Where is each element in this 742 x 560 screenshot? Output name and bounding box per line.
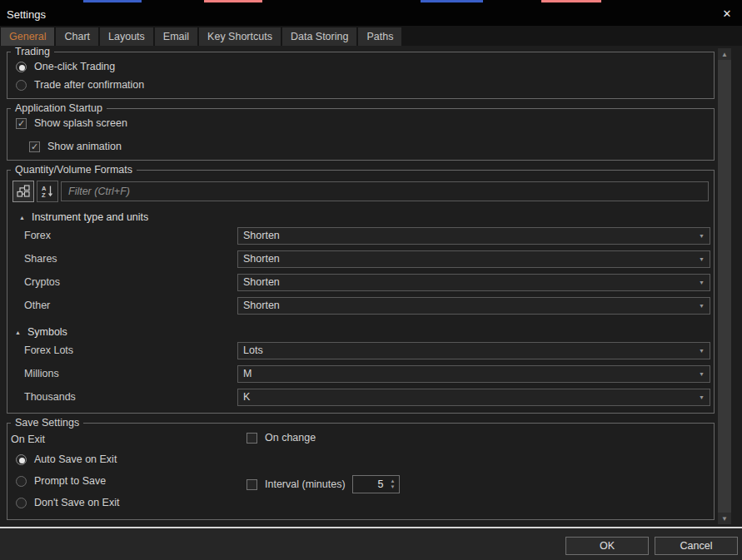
- radio-auto-save-on-exit[interactable]: Auto Save on Exit: [16, 453, 117, 465]
- interval-minutes-row: Interval (minutes) ▲ ▼: [247, 475, 400, 493]
- radio-button-icon[interactable]: [16, 498, 27, 508]
- tab-paths[interactable]: Paths: [358, 27, 401, 46]
- on-exit-label: On Exit: [11, 434, 45, 445]
- category-view-button[interactable]: [12, 181, 34, 202]
- interval-spinner: ▲ ▼: [352, 475, 400, 493]
- section-header-label: Symbols: [27, 326, 67, 338]
- close-icon[interactable]: ✕: [720, 7, 735, 22]
- dropdown-value: Shorten: [243, 300, 280, 311]
- settings-content: Trading One-click Trading Trade after co…: [0, 46, 742, 527]
- dropdown-value: K: [243, 391, 250, 403]
- checkbox-show-animation[interactable]: ✓ Show animation: [9, 137, 712, 156]
- dropdown-value: Shorten: [243, 276, 280, 288]
- interval-value-input[interactable]: [353, 476, 387, 493]
- dropdown-value: Shorten: [243, 253, 280, 265]
- spin-up-icon[interactable]: ▲: [391, 479, 396, 483]
- row-label: Forex Lots: [24, 344, 237, 356]
- row-label: Forex: [24, 230, 237, 241]
- settings-tab-bar: General Chart Layouts Email Key Shortcut…: [0, 26, 742, 46]
- checkbox-icon[interactable]: [247, 433, 257, 444]
- millions-dropdown[interactable]: M ▼: [237, 365, 710, 383]
- checkbox-icon[interactable]: ✓: [29, 141, 40, 152]
- row-label: Millions: [24, 368, 237, 379]
- checkbox-on-change[interactable]: On change: [247, 432, 316, 444]
- chevron-down-icon: ▼: [699, 280, 705, 285]
- radio-button-icon[interactable]: [16, 62, 27, 72]
- forex-format-dropdown[interactable]: Shorten ▼: [237, 227, 710, 245]
- format-row-millions: Millions M ▼: [9, 362, 712, 385]
- radio-one-click-trading[interactable]: One-click Trading: [9, 57, 712, 76]
- format-row-other: Other Shorten ▼: [9, 294, 712, 317]
- radio-label: Auto Save on Exit: [34, 453, 117, 465]
- cryptos-format-dropdown[interactable]: Shorten ▼: [237, 274, 710, 291]
- ok-button[interactable]: OK: [565, 537, 649, 555]
- application-startup-group: Application Startup ✓ Show splash screen…: [7, 102, 715, 161]
- tab-email[interactable]: Email: [155, 27, 197, 46]
- radio-dont-save-on-exit[interactable]: Don't Save on Exit: [16, 497, 119, 508]
- quantity-volume-formats-group: Quantity/Volume Formats A Z: [7, 164, 715, 414]
- application-startup-legend: Application Startup: [11, 102, 107, 114]
- save-settings-group: Save Settings On Exit Auto Save on Exit …: [7, 417, 715, 520]
- tab-key-shortcuts[interactable]: Key Shortcuts: [199, 27, 281, 46]
- checkbox-label: Show splash screen: [34, 117, 127, 129]
- checkbox-show-splash-screen[interactable]: ✓ Show splash screen: [9, 114, 712, 132]
- radio-button-icon[interactable]: [16, 476, 27, 487]
- sort-alphabetical-icon: A Z: [41, 185, 54, 198]
- background-ticker-segment: [421, 0, 483, 2]
- cancel-button[interactable]: Cancel: [655, 537, 738, 555]
- radio-prompt-to-save[interactable]: Prompt to Save: [16, 475, 106, 487]
- forex-lots-dropdown[interactable]: Lots ▼: [237, 342, 710, 359]
- svg-text:Z: Z: [42, 191, 46, 198]
- radio-button-icon[interactable]: [16, 454, 27, 465]
- chevron-down-icon: ▼: [699, 303, 705, 309]
- footer-bar: OK Cancel: [0, 528, 742, 560]
- spin-down-icon[interactable]: ▼: [391, 485, 396, 489]
- radio-trade-after-confirmation[interactable]: Trade after confirmation: [9, 76, 712, 94]
- checkbox-icon[interactable]: [247, 479, 257, 490]
- scroll-up-icon[interactable]: ▲: [718, 48, 731, 60]
- tab-data-storing[interactable]: Data Storing: [282, 27, 356, 46]
- collapse-icon[interactable]: ▲: [15, 330, 21, 335]
- radio-label: Prompt to Save: [34, 475, 106, 487]
- save-settings-legend: Save Settings: [11, 417, 83, 429]
- format-row-forex-lots: Forex Lots Lots ▼: [9, 339, 712, 362]
- quantity-volume-formats-legend: Quantity/Volume Formats: [11, 164, 137, 176]
- scroll-down-icon[interactable]: ▼: [718, 513, 731, 524]
- chevron-down-icon: ▼: [699, 256, 705, 262]
- checkbox-icon[interactable]: ✓: [16, 118, 27, 129]
- radio-label: Trade after confirmation: [34, 79, 144, 91]
- dropdown-value: Lots: [243, 344, 263, 356]
- other-format-dropdown[interactable]: Shorten ▼: [237, 297, 710, 315]
- format-row-thousands: Thousands K ▼: [9, 385, 712, 409]
- formats-toolbar: A Z: [12, 181, 709, 202]
- category-view-icon: [17, 185, 30, 198]
- filter-input[interactable]: [61, 181, 709, 201]
- scrollbar-thumb[interactable]: [718, 60, 731, 513]
- format-row-shares: Shares Shorten ▼: [9, 247, 712, 270]
- radio-button-icon[interactable]: [16, 80, 27, 91]
- chevron-down-icon: ▼: [699, 348, 705, 354]
- background-ticker-segment: [541, 0, 601, 2]
- radio-label: One-click Trading: [34, 61, 115, 72]
- trading-group: Trading One-click Trading Trade after co…: [7, 46, 715, 99]
- thousands-dropdown[interactable]: K ▼: [237, 389, 710, 406]
- collapse-icon[interactable]: ▲: [19, 215, 25, 221]
- title-bar: Settings ✕: [0, 0, 742, 26]
- section-instrument-type-and-units[interactable]: ▲ Instrument type and units: [19, 211, 712, 223]
- chevron-down-icon: ▼: [699, 233, 705, 239]
- section-symbols[interactable]: ▲ Symbols: [15, 326, 712, 338]
- shares-format-dropdown[interactable]: Shorten ▼: [237, 250, 710, 268]
- sort-alphabetical-button[interactable]: A Z: [37, 181, 58, 202]
- radio-label: Don't Save on Exit: [34, 497, 119, 508]
- row-label: Cryptos: [24, 276, 237, 288]
- dropdown-value: Shorten: [243, 230, 280, 241]
- row-label: Other: [24, 300, 237, 311]
- window-title: Settings: [7, 8, 46, 21]
- tab-chart[interactable]: Chart: [56, 27, 98, 46]
- trading-group-legend: Trading: [11, 46, 54, 57]
- format-row-forex: Forex Shorten ▼: [9, 224, 712, 247]
- row-label: Thousands: [24, 391, 237, 403]
- vertical-scrollbar[interactable]: ▲ ▼: [718, 48, 731, 524]
- tab-general[interactable]: General: [1, 27, 54, 46]
- tab-layouts[interactable]: Layouts: [100, 27, 153, 46]
